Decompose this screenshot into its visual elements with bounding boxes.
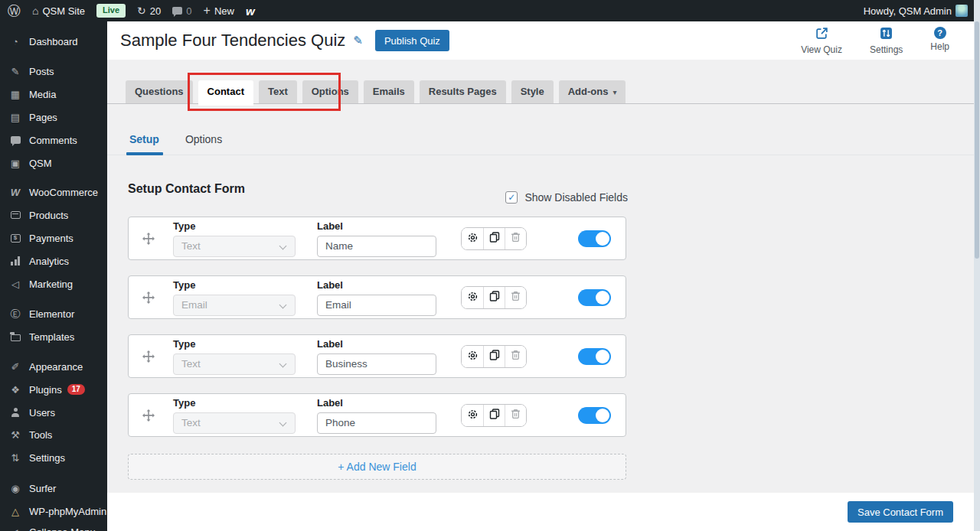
gear-icon	[467, 291, 479, 305]
updates-link[interactable]: ↻ 20	[137, 5, 161, 17]
save-contact-form-button[interactable]: Save Contact Form	[848, 501, 953, 523]
field-delete-button[interactable]	[505, 228, 526, 249]
page-scrollbar[interactable]	[974, 0, 980, 531]
plugins-update-badge: 17	[67, 384, 85, 395]
type-heading: Type	[173, 397, 296, 409]
wordpress-logo-icon: Ⓦ	[8, 2, 21, 20]
tab-options[interactable]: Options	[302, 80, 358, 103]
field-duplicate-button[interactable]	[483, 228, 505, 249]
drag-handle-icon[interactable]	[142, 233, 156, 245]
comments-link[interactable]: 0	[172, 5, 191, 17]
sidebar-item-analytics[interactable]: Analytics	[0, 249, 107, 272]
sidebar-item-wp-phpmyadmin[interactable]: △WP-phpMyAdmin	[0, 500, 107, 523]
field-settings-button[interactable]	[462, 287, 483, 308]
field-actions	[461, 286, 527, 309]
account-menu[interactable]: Howdy, QSM Admin	[864, 5, 968, 17]
subtab-options[interactable]: Options	[184, 129, 224, 150]
field-delete-button[interactable]	[505, 287, 526, 308]
field-actions	[461, 345, 527, 368]
sidebar-item-qsm[interactable]: ▣QSM	[0, 151, 107, 174]
tab-emails[interactable]: Emails	[364, 80, 414, 103]
sidebar-item-posts[interactable]: ✎Posts	[0, 60, 107, 83]
type-select[interactable]: Email	[173, 295, 296, 316]
field-delete-button[interactable]	[505, 405, 526, 426]
wordpress-menu[interactable]: Ⓦ	[8, 2, 21, 20]
label-input[interactable]	[317, 236, 436, 257]
live-badge: Live	[96, 4, 126, 17]
publish-quiz-button[interactable]: Publish Quiz	[375, 30, 449, 51]
sidebar-item-marketing[interactable]: ◁Marketing	[0, 272, 107, 295]
users-icon	[8, 408, 22, 417]
sidebar-item-woocommerce[interactable]: WWooCommerce	[0, 181, 107, 204]
sidebar-item-pages[interactable]: ▤Pages	[0, 106, 107, 129]
sidebar-item-plugins[interactable]: ❖Plugins17	[0, 378, 107, 401]
sidebar-item-media[interactable]: ▦Media	[0, 83, 107, 106]
show-disabled-checkbox[interactable]: ✓	[505, 191, 518, 204]
field-enabled-toggle[interactable]	[578, 230, 611, 247]
tab-add-ons[interactable]: Add-ons▾	[559, 80, 626, 103]
new-label: New	[214, 5, 234, 17]
dashboard-icon: ◔	[8, 37, 22, 47]
sidebar-item-users[interactable]: Users	[0, 401, 107, 424]
contact-field-row: Type Text Label	[128, 217, 626, 260]
help-button[interactable]: ? Help	[930, 27, 949, 55]
qsm-icon: ▣	[8, 158, 22, 168]
sidebar-item-tools[interactable]: ⚒Tools	[0, 423, 107, 446]
field-settings-button[interactable]	[462, 346, 483, 367]
new-content-menu[interactable]: + New	[204, 5, 234, 17]
sidebar-item-elementor[interactable]: ⒺElementor	[0, 302, 107, 325]
sidebar-item-templates[interactable]: Templates	[0, 325, 107, 348]
field-duplicate-button[interactable]	[483, 405, 505, 426]
quiz-settings-button[interactable]: Settings	[870, 27, 903, 55]
sidebar-item-products[interactable]: Products	[0, 204, 107, 226]
active-subtab-underline	[126, 152, 163, 155]
field-enabled-toggle[interactable]	[578, 407, 611, 424]
appearance-icon: ✐	[8, 362, 22, 372]
action-label: Settings	[870, 44, 903, 55]
field-enabled-toggle[interactable]	[578, 348, 611, 365]
type-select[interactable]: Text	[173, 236, 296, 257]
show-disabled-fields-control[interactable]: ✓ Show Disabled Fields	[505, 191, 628, 204]
drag-handle-icon[interactable]	[142, 292, 156, 304]
templates-icon	[8, 332, 22, 341]
sidebar-item-dashboard[interactable]: ◔Dashboard	[0, 30, 107, 53]
site-name-link[interactable]: ⌂ QSM Site	[32, 5, 85, 17]
type-select[interactable]: Text	[173, 412, 296, 434]
drag-handle-icon[interactable]	[142, 350, 156, 363]
sidebar-item-comments[interactable]: Comments	[0, 129, 107, 151]
home-icon: ⌂	[32, 5, 38, 16]
scrollbar-thumb[interactable]	[975, 21, 979, 259]
field-settings-button[interactable]	[462, 405, 483, 426]
field-duplicate-button[interactable]	[483, 287, 505, 308]
field-settings-button[interactable]	[462, 228, 483, 249]
sidebar-item-settings[interactable]: ⇅Settings	[0, 446, 107, 469]
tab-style[interactable]: Style	[511, 80, 554, 103]
field-duplicate-button[interactable]	[483, 346, 505, 367]
sidebar-label: Surfer	[29, 483, 56, 494]
drag-handle-icon[interactable]	[142, 409, 156, 422]
plugins-icon: ❖	[8, 385, 22, 395]
type-value: Text	[181, 240, 201, 252]
add-new-field-button[interactable]: + Add New Field	[128, 454, 626, 480]
field-delete-button[interactable]	[505, 346, 526, 367]
type-select[interactable]: Text	[173, 353, 296, 375]
sidebar-item-appearance[interactable]: ✐Appearance	[0, 355, 107, 378]
sidebar-item-payments[interactable]: $Payments	[0, 226, 107, 249]
tab-questions[interactable]: Questions	[126, 80, 193, 103]
contact-field-row: Type Email Label	[128, 275, 626, 319]
tab-contact[interactable]: Contact	[198, 80, 253, 106]
label-input[interactable]	[317, 353, 436, 375]
label-input[interactable]	[317, 295, 436, 316]
main-content: Sample Four Tendencies Quiz ✎ Publish Qu…	[107, 21, 974, 531]
field-enabled-toggle[interactable]	[578, 289, 611, 306]
sidebar-item-collapse-menu[interactable]: ◀Collapse Menu	[0, 520, 107, 531]
label-input[interactable]	[317, 412, 436, 434]
tab-text[interactable]: Text	[259, 80, 297, 103]
sidebar-item-surfer[interactable]: ◉Surfer	[0, 477, 107, 500]
view-quiz-button[interactable]: View Quiz	[801, 27, 842, 55]
edit-title-icon[interactable]: ✎	[353, 34, 363, 47]
tab-results-pages[interactable]: Results Pages	[420, 80, 506, 103]
surfer-icon: ◉	[8, 484, 22, 494]
subtab-setup[interactable]: Setup	[128, 129, 161, 150]
w-plugin-menu[interactable]: w	[246, 5, 255, 18]
